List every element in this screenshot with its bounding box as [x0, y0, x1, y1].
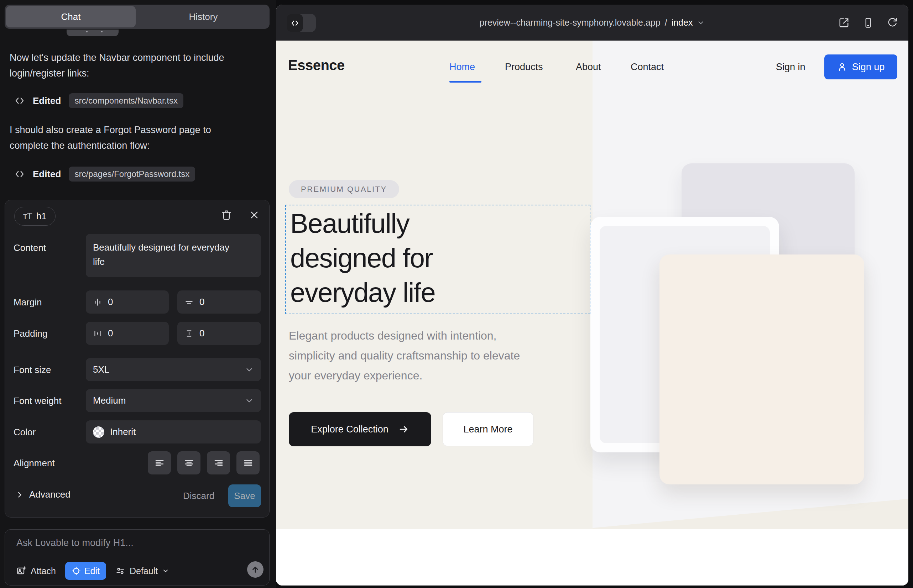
margin-horizontal-icon: [93, 297, 102, 307]
dot: [101, 31, 102, 32]
chat-message: Now let's update the Navbar component to…: [10, 50, 238, 81]
padding-vertical-input[interactable]: 0: [177, 322, 261, 345]
margin-label: Margin: [13, 297, 42, 308]
tab-chat[interactable]: Chat: [6, 6, 136, 27]
type-icon: тT: [23, 211, 32, 221]
color-label: Color: [13, 427, 36, 438]
padding-horizontal-icon: [93, 329, 102, 338]
dot: [86, 31, 87, 32]
diagonal-accent: [592, 496, 908, 529]
margin-vertical-icon: [185, 297, 194, 307]
learn-more-button[interactable]: Learn More: [443, 412, 533, 446]
hero-heading: Beautifully designed for everyday life: [290, 206, 511, 310]
edit-mode-button[interactable]: Edit: [65, 562, 106, 580]
advanced-toggle[interactable]: Advanced: [16, 489, 71, 500]
font-weight-label: Font weight: [13, 396, 61, 407]
chat-history-tabs: Chat History: [5, 5, 270, 29]
site-logo[interactable]: Essence: [288, 57, 345, 73]
site-viewport: Essence Home Products About Contact Sign…: [276, 40, 908, 585]
url-bar[interactable]: preview--charming-site-symphony.lovable.…: [276, 5, 908, 40]
sliders-icon: [115, 566, 125, 576]
sign-up-button[interactable]: Sign up: [824, 55, 897, 79]
explore-collection-button[interactable]: Explore Collection: [289, 412, 431, 446]
element-tag: h1: [36, 211, 47, 222]
prompt-composer[interactable]: Ask Lovable to modify H1... Attach Edit …: [5, 529, 270, 585]
padding-x-input[interactable]: 0: [86, 322, 169, 345]
url-host: preview--charming-site-symphony.lovable.…: [480, 18, 660, 28]
nav-about[interactable]: About: [576, 61, 601, 73]
font-weight-select[interactable]: Medium: [86, 389, 261, 412]
nav-products[interactable]: Products: [505, 61, 543, 73]
browser-toolbar: preview--charming-site-symphony.lovable.…: [276, 5, 908, 40]
code-icon: [14, 169, 25, 179]
content-input[interactable]: Beautifully designed for everyday life: [86, 234, 261, 277]
mode-selector[interactable]: Default: [115, 566, 169, 576]
align-left-button[interactable]: [148, 451, 171, 475]
send-button[interactable]: [247, 561, 264, 578]
decor-card-cream: [659, 255, 864, 485]
trash-icon[interactable]: [221, 209, 233, 221]
attach-button[interactable]: Attach: [16, 566, 56, 576]
refresh-icon[interactable]: [887, 18, 898, 28]
color-swatch: [93, 426, 104, 438]
tab-history[interactable]: History: [139, 6, 268, 27]
hero-paragraph: Elegant products designed with intention…: [289, 326, 545, 386]
open-in-new-tab-icon[interactable]: [839, 18, 849, 28]
edited-label: Edited: [33, 169, 61, 180]
nav-active-underline: [449, 81, 481, 82]
discard-button[interactable]: Discard: [183, 491, 214, 501]
mobile-view-icon[interactable]: [863, 18, 874, 28]
chat-message: I should also create a Forgot Password p…: [10, 122, 238, 153]
user-icon: [837, 62, 847, 72]
prompt-input[interactable]: Ask Lovable to modify H1...: [16, 538, 134, 549]
scrolled-chip-partial[interactable]: [66, 29, 118, 36]
chevron-down-icon: [697, 19, 705, 27]
alignment-label: Alignment: [13, 458, 55, 469]
nav-home[interactable]: Home: [449, 61, 475, 73]
composer-toolbar: Attach Edit Default: [16, 562, 169, 580]
selected-element-pill[interactable]: тT h1: [14, 207, 55, 226]
padding-label: Padding: [13, 328, 47, 339]
align-center-button[interactable]: [177, 451, 201, 475]
sign-in-link[interactable]: Sign in: [776, 61, 805, 73]
content-label: Content: [13, 242, 46, 254]
align-justify-button[interactable]: [236, 451, 260, 475]
edited-file-row: Edited src/components/Navbar.tsx: [14, 92, 183, 109]
color-select[interactable]: Inherit: [86, 420, 261, 444]
preview-browser-frame: preview--charming-site-symphony.lovable.…: [276, 5, 908, 585]
premium-badge: PREMIUM QUALITY: [289, 180, 399, 198]
margin-x-input[interactable]: 0: [86, 291, 169, 313]
font-size-label: Font size: [13, 365, 51, 375]
url-separator: /: [665, 18, 667, 28]
nav-contact[interactable]: Contact: [631, 61, 664, 73]
attach-image-icon: [16, 566, 26, 576]
save-button[interactable]: Save: [228, 485, 261, 507]
selected-heading-outline[interactable]: Beautifully designed for everyday life: [285, 205, 590, 314]
chevron-down-icon: [244, 396, 254, 405]
next-section: [276, 529, 908, 585]
align-right-button[interactable]: [207, 451, 230, 475]
chevron-down-icon: [244, 365, 254, 375]
close-icon[interactable]: [249, 210, 261, 222]
code-icon: [14, 95, 25, 106]
browser-actions: [839, 5, 898, 40]
chevron-down-icon: [162, 567, 169, 575]
font-size-select[interactable]: 5XL: [86, 358, 261, 381]
target-icon: [71, 566, 81, 575]
padding-vertical-icon: [185, 329, 194, 338]
chat-panel: Chat History Now let's update the Navbar…: [0, 0, 276, 588]
edited-file-row: Edited src/pages/ForgotPassword.tsx: [14, 166, 195, 182]
url-page: index: [672, 18, 693, 28]
arrow-right-icon: [398, 424, 409, 435]
element-editor-panel: тT h1 Content Beautifully designed for e…: [5, 200, 270, 517]
file-chip[interactable]: src/pages/ForgotPassword.tsx: [69, 166, 195, 181]
chevron-right-icon: [16, 491, 24, 499]
edited-label: Edited: [33, 95, 61, 107]
margin-vertical-input[interactable]: 0: [177, 291, 261, 313]
file-chip[interactable]: src/components/Navbar.tsx: [69, 93, 183, 108]
